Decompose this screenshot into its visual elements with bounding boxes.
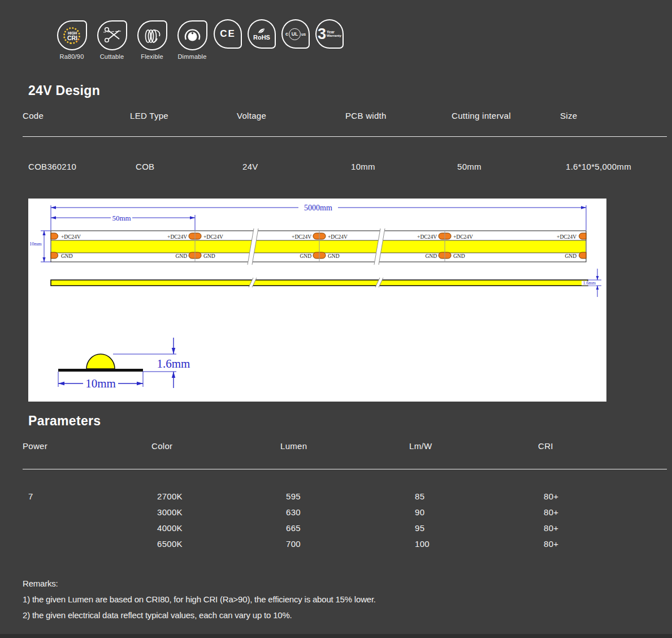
value-cutting-interval: 50mm	[452, 162, 560, 171]
design-table-rule	[23, 136, 667, 137]
ul-core-text: UL	[292, 32, 298, 37]
value-lm-per-w: 100	[409, 536, 538, 552]
pad-label-dc24v: +DC24V	[417, 234, 437, 240]
scissors-icon	[97, 20, 127, 50]
bottom-band	[0, 634, 672, 638]
badge-label-ra: Ra80/90	[60, 53, 84, 60]
value-lm-per-w: 85	[409, 489, 538, 505]
warranty-line2: Warranty	[327, 34, 341, 37]
warranty-number: 3	[318, 27, 326, 42]
warranty-icon: 3 Year Warranty	[315, 19, 344, 49]
value-cri: 80+	[538, 505, 667, 520]
col-color: Color	[151, 441, 280, 451]
value-cri: 80+	[538, 520, 667, 536]
label-strip-width: 10mm	[29, 241, 42, 247]
col-lm-per-w: Lm/W	[409, 441, 538, 451]
strip-drawing-svg: 5000mm 50mm 10mm	[28, 199, 606, 402]
pad-label-dc24v: +DC24V	[328, 234, 348, 240]
col-voltage: Voltage	[237, 111, 345, 120]
col-pcb-width: PCB width	[345, 111, 452, 120]
value-lumen: 700	[280, 536, 409, 552]
col-lumen: Lumen	[280, 441, 409, 451]
coil-icon-graphic	[141, 24, 163, 47]
badge-label-dimmable: Dimmable	[177, 53, 206, 60]
value-lumen: 665	[280, 520, 409, 536]
pad-label-dc24v: +DC24V	[557, 234, 576, 240]
value-color: 6500K	[151, 536, 280, 552]
value-size: 1.6*10*5,000mm	[560, 162, 667, 171]
label-section-width: 10mm	[85, 377, 116, 390]
pad-label-gnd: GND	[300, 253, 311, 259]
pad-label-dc24v: +DC24V	[167, 234, 187, 240]
badge-label-cuttable: Cuttable	[100, 53, 124, 60]
pad-label-gnd: GND	[61, 253, 73, 259]
value-lumen: 595	[280, 489, 409, 505]
pad-label-gnd: GND	[453, 253, 465, 259]
value-code: COB360210	[23, 162, 130, 171]
badge-flexible: Flexible	[135, 20, 170, 60]
parameters-table-header: Power Color Lumen Lm/W CRI	[23, 441, 667, 451]
pad-label-dc24v: +DC24V	[203, 234, 223, 240]
pad-label-dc24v: +DC24V	[292, 234, 311, 240]
dimmer-knob-icon-graphic	[181, 24, 203, 47]
value-lm-per-w: 95	[409, 520, 538, 536]
remark-line-2: 2) the given electrical data reflect typ…	[23, 607, 376, 623]
pad-label-gnd: GND	[565, 253, 576, 259]
certification-badges-row: CE RoHS c UL us 3 Year Warranty	[214, 19, 344, 49]
parameters-table-rows: 7 2700K 595 85 80+ 3000K 630 90 80+ 4000…	[23, 489, 667, 552]
pad-label-dc24v: +DC24V	[61, 234, 81, 240]
remark-line-1: 1) the given Lumen are based on CRI80, f…	[23, 592, 376, 607]
ce-mark-text: CE	[220, 28, 236, 40]
pad-label-gnd: GND	[175, 253, 187, 259]
badge-label-flexible: Flexible	[141, 53, 163, 60]
col-cri: CRI	[538, 441, 667, 451]
badge-dimmable: Dimmable	[175, 20, 210, 60]
value-voltage: 24V	[237, 162, 345, 171]
ul-suffix: us	[301, 32, 306, 36]
badge-high-cri: HIGH CRI Ra80/90	[54, 20, 89, 60]
leaf-icon	[258, 28, 266, 34]
value-power: 7	[23, 489, 151, 505]
col-cutting-interval: Cutting interval	[452, 111, 560, 120]
col-power: Power	[23, 441, 151, 451]
rohs-text: RoHS	[253, 35, 270, 41]
label-total-length: 5000mm	[304, 204, 332, 212]
value-led-type: COB	[130, 162, 237, 171]
value-color: 2700K	[151, 489, 280, 505]
strip-technical-drawing: 5000mm 50mm 10mm	[28, 199, 606, 404]
high-cri-icon: HIGH CRI	[57, 20, 87, 50]
ul-listed-icon: c UL us	[281, 19, 310, 49]
parameters-section-title: Parameters	[28, 413, 101, 429]
rohs-leaf-icon: RoHS	[248, 19, 276, 49]
design-table-row: COB360210 COB 24V 10mm 50mm 1.6*10*5,000…	[23, 162, 667, 171]
ul-circle: UL	[289, 28, 301, 40]
pad-label-gnd: GND	[328, 253, 340, 259]
col-size: Size	[560, 111, 667, 120]
dimmer-knob-icon	[177, 20, 207, 50]
value-color: 4000K	[151, 520, 280, 536]
col-led-type: LED Type	[130, 111, 237, 120]
value-cri: 80+	[538, 489, 667, 505]
ul-prefix: c	[285, 32, 288, 37]
label-thickness-small: 1.6mm	[583, 281, 596, 286]
label-section-height: 1.6mm	[157, 357, 190, 370]
value-lm-per-w: 90	[409, 505, 538, 520]
feature-badges-row: HIGH CRI Ra80/90 Cuttable	[54, 20, 210, 60]
ce-mark-icon: CE	[214, 19, 242, 49]
pad-label-dc24v: +DC24V	[453, 234, 473, 240]
value-cri: 80+	[538, 536, 667, 552]
remarks-title: Remarks:	[23, 576, 376, 592]
design-section-title: 24V Design	[28, 83, 100, 98]
coil-icon	[137, 20, 167, 50]
pad-label-gnd: GND	[203, 253, 215, 259]
high-cri-icon-graphic: HIGH CRI	[60, 24, 84, 48]
design-table-header: Code LED Type Voltage PCB width Cutting …	[23, 111, 667, 120]
high-cri-text-bottom: CRI	[67, 34, 77, 41]
strip-top-view: +DC24V +DC24V +DC24V +DC24V +DC24V +DC24…	[51, 229, 586, 265]
label-cut-interval: 50mm	[112, 214, 131, 222]
col-code: Code	[23, 111, 130, 120]
datasheet-page: { "feature_badges": [ {"icon": "high-cri…	[0, 0, 672, 638]
value-pcb-width: 10mm	[345, 162, 452, 171]
value-lumen: 630	[280, 505, 409, 520]
badge-cuttable: Cuttable	[94, 20, 129, 60]
